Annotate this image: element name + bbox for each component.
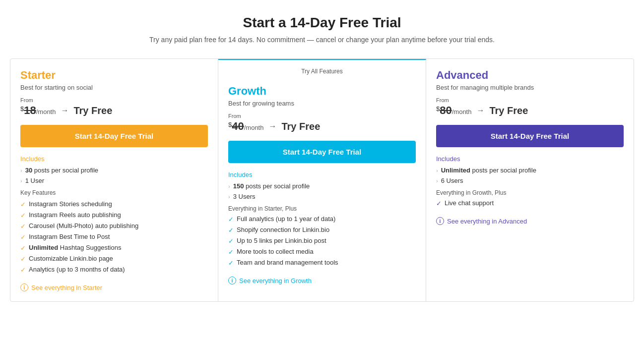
starter-arrow: → xyxy=(61,106,68,115)
starter-plan-name: Starter xyxy=(20,69,208,82)
feature-item: ✓ Team and brand management tools xyxy=(228,259,416,267)
growth-includes-users: › 3 Users xyxy=(228,193,416,200)
plans-container: Starter Best for starting on social From… xyxy=(10,58,634,302)
starter-includes-posts: › 30 posts per social profile xyxy=(20,167,208,174)
feature-item: ✓ Unlimited Hashtag Suggestions xyxy=(20,244,208,252)
advanced-price-row: $80/month → Try Free xyxy=(436,104,624,117)
chevron-icon: › xyxy=(20,178,22,184)
info-icon: i xyxy=(436,217,444,225)
feature-item: ✓ Full analytics (up to 1 year of data) xyxy=(228,215,416,223)
starter-try-free: Try Free xyxy=(73,105,112,116)
advanced-from: From xyxy=(436,97,624,103)
check-icon: ✓ xyxy=(20,255,26,263)
plan-growth: Try All Features Growth Best for growing… xyxy=(218,59,426,301)
check-icon: ✓ xyxy=(228,216,234,223)
advanced-includes-posts: › Unlimited posts per social profile xyxy=(436,167,624,174)
feature-item: ✓ Instagram Stories scheduling xyxy=(20,200,208,208)
starter-price-row: $18/month → Try Free xyxy=(20,104,208,117)
advanced-tagline: Best for managing multiple brands xyxy=(436,84,624,91)
advanced-price: $80/month xyxy=(436,104,471,117)
chevron-icon: › xyxy=(436,178,438,184)
see-everything-advanced[interactable]: i See everything in Advanced xyxy=(436,217,624,225)
feature-item: ✓ Live chat support xyxy=(436,199,624,207)
feature-item: ✓ Instagram Reels auto publishing xyxy=(20,211,208,219)
check-icon: ✓ xyxy=(228,226,234,234)
check-icon: ✓ xyxy=(228,259,234,267)
starter-includes-users: › 1 User xyxy=(20,177,208,184)
growth-includes-label: Includes xyxy=(228,171,416,178)
chevron-icon: › xyxy=(20,168,22,173)
feature-item: ✓ Analytics (up to 3 months of data) xyxy=(20,266,208,274)
feature-item: ✓ Shopify connection for Linkin.bio xyxy=(228,226,416,234)
advanced-everything-in: Everything in Growth, Plus xyxy=(436,189,624,196)
growth-price: $40/month xyxy=(228,120,263,133)
plan-advanced: Advanced Best for managing multiple bran… xyxy=(426,59,634,301)
growth-tagline: Best for growing teams xyxy=(228,100,416,107)
info-icon: i xyxy=(20,283,28,291)
feature-item: ✓ Customizable Linkin.bio page xyxy=(20,255,208,263)
see-everything-growth[interactable]: i See everything in Growth xyxy=(228,277,416,284)
advanced-includes-users: › 6 Users xyxy=(436,177,624,184)
starter-includes-label: Includes xyxy=(20,155,208,163)
advanced-plan-name: Advanced xyxy=(436,69,624,82)
growth-plan-name: Growth xyxy=(228,85,416,98)
chevron-icon: › xyxy=(436,168,438,173)
page-header: Start a 14-Day Free Trial Try any paid p… xyxy=(10,15,634,44)
growth-everything-in: Everything in Starter, Plus xyxy=(228,205,416,212)
growth-from: From xyxy=(228,113,416,119)
chevron-icon: › xyxy=(228,194,230,200)
growth-trial-button[interactable]: Start 14-Day Free Trial xyxy=(228,141,416,163)
check-icon: ✓ xyxy=(20,233,26,241)
starter-tagline: Best for starting on social xyxy=(20,84,208,91)
check-icon: ✓ xyxy=(20,244,26,252)
info-icon: i xyxy=(228,277,236,284)
check-icon: ✓ xyxy=(20,223,26,230)
check-icon: ✓ xyxy=(20,266,26,274)
feature-item: ✓ Up to 5 links per Linkin.bio post xyxy=(228,237,416,245)
check-icon: ✓ xyxy=(436,200,442,207)
starter-from: From xyxy=(20,97,208,103)
page-title: Start a 14-Day Free Trial xyxy=(10,15,634,31)
check-icon: ✓ xyxy=(20,201,26,208)
try-all-label: Try All Features xyxy=(228,65,416,80)
starter-trial-button[interactable]: Start 14-Day Free Trial xyxy=(20,125,208,147)
check-icon: ✓ xyxy=(20,212,26,219)
advanced-try-free: Try Free xyxy=(489,105,528,116)
starter-key-features-label: Key Features xyxy=(20,189,208,196)
growth-price-row: $40/month → Try Free xyxy=(228,120,416,133)
advanced-includes-label: Includes xyxy=(436,155,624,163)
chevron-icon: › xyxy=(228,183,230,189)
starter-price: $18/month xyxy=(20,104,56,117)
feature-item: ✓ Carousel (Multi-Photo) auto publishing xyxy=(20,222,208,230)
growth-includes-posts: › 150 posts per social profile xyxy=(228,182,416,190)
check-icon: ✓ xyxy=(228,248,234,256)
advanced-trial-button[interactable]: Start 14-Day Free Trial xyxy=(436,125,624,147)
see-everything-starter[interactable]: i See everything in Starter xyxy=(20,283,208,291)
growth-try-free: Try Free xyxy=(281,121,320,132)
advanced-arrow: → xyxy=(476,106,484,115)
growth-arrow: → xyxy=(268,122,276,131)
plan-starter: Starter Best for starting on social From… xyxy=(10,59,218,301)
feature-item: ✓ Instagram Best Time to Post xyxy=(20,233,208,241)
check-icon: ✓ xyxy=(228,237,234,245)
feature-item: ✓ More tools to collect media xyxy=(228,248,416,256)
page-subtitle: Try any paid plan free for 14 days. No c… xyxy=(10,36,634,44)
